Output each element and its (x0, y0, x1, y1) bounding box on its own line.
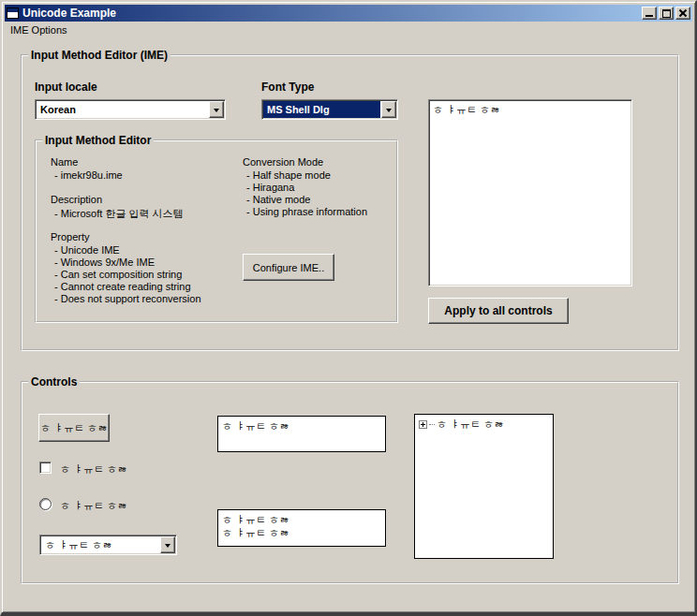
conversion-item: - Half shape mode (246, 169, 331, 181)
ime-groupbox: Input Method Editor (IME) Input locale K… (21, 54, 679, 351)
app-icon (7, 7, 19, 19)
ime-info-groupbox: Input Method Editor Name - imekr98u.ime … (35, 139, 398, 323)
name-value: - imekr98u.ime (54, 169, 123, 181)
chevron-down-icon (214, 109, 219, 115)
maximize-button[interactable] (659, 7, 674, 20)
tree-item[interactable]: ㅎ ㅑㅠㅌ ㅎㅀ (419, 418, 549, 432)
edit2-line: ㅎ ㅑㅠㅌ ㅎㅀ (222, 513, 381, 526)
conversion-item: - Using phrase information (246, 206, 367, 217)
property-item: - Can set composition string (54, 269, 182, 280)
font-type-label: Font Type (261, 81, 314, 94)
controls-groupbox: Controls ㅎ ㅑㅠㅌ ㅎㅀ ㅎ ㅑㅠㅌ ㅎㅀ ㅎ ㅑㅠㅌ ㅎㅀ ㅎ ㅑㅠ… (21, 381, 679, 584)
input-locale-combobox[interactable]: Korean (35, 99, 226, 120)
close-icon (676, 7, 690, 19)
sample-editbox-single[interactable]: ㅎ ㅑㅠㅌ ㅎㅀ (217, 416, 386, 452)
description-label: Description (51, 194, 102, 205)
property-item: - Cannot create reading string (54, 281, 191, 292)
font-type-dropdown-button[interactable] (381, 101, 396, 118)
ime-group-title: Input Method Editor (IME) (28, 49, 171, 62)
menu-bar: IME Options (5, 22, 692, 38)
sample-radio[interactable] (39, 498, 52, 510)
property-label: Property (51, 231, 90, 242)
edit1-text: ㅎ ㅑㅠㅌ ㅎㅀ (222, 419, 381, 433)
sample-checkbox[interactable] (39, 462, 52, 474)
preview-text: ㅎ ㅑㅠㅌ ㅎㅀ (433, 104, 500, 115)
tree-item-label: ㅎ ㅑㅠㅌ ㅎㅀ (437, 418, 504, 432)
maximize-icon (662, 9, 671, 18)
sample-checkbox-label: ㅎ ㅑㅠㅌ ㅎㅀ (60, 462, 127, 477)
minimize-icon (645, 15, 653, 17)
preview-editbox[interactable]: ㅎ ㅑㅠㅌ ㅎㅀ (428, 99, 632, 286)
controls-group-title: Controls (28, 375, 80, 389)
sample-combobox[interactable]: ㅎ ㅑㅠㅌ ㅎㅀ (39, 535, 177, 555)
minimize-button[interactable] (642, 7, 657, 20)
font-type-combobox[interactable]: MS Shell Dlg (261, 99, 398, 120)
menu-ime-options[interactable]: IME Options (5, 22, 73, 37)
tree-connector (429, 424, 435, 425)
conversion-item: - Native mode (246, 194, 310, 205)
window-title: Unicode Example (22, 7, 640, 20)
conversion-item: - Hiragana (246, 182, 294, 193)
sample-radio-label: ㅎ ㅑㅠㅌ ㅎㅀ (60, 499, 127, 513)
input-locale-value: Korean (37, 101, 208, 118)
app-window: Unicode Example IME Options Input Method… (0, 0, 697, 616)
input-locale-dropdown-button[interactable] (209, 101, 224, 118)
ime-info-title: Input Method Editor (42, 134, 154, 147)
sample-editbox-multi[interactable]: ㅎ ㅑㅠㅌ ㅎㅀ ㅎ ㅑㅠㅌ ㅎㅀ (217, 509, 386, 547)
chevron-down-icon (386, 109, 392, 115)
configure-ime-button[interactable]: Configure IME.. (243, 254, 334, 281)
property-item: - Unicode IME (54, 244, 120, 256)
sample-treeview[interactable]: ㅎ ㅑㅠㅌ ㅎㅀ (414, 414, 554, 559)
chevron-down-icon (165, 544, 171, 550)
name-label: Name (51, 156, 78, 168)
sample-combo-value: ㅎ ㅑㅠㅌ ㅎㅀ (41, 536, 159, 553)
sample-combo-dropdown-button[interactable] (160, 536, 175, 553)
sample-button[interactable]: ㅎ ㅑㅠㅌ ㅎㅀ (38, 414, 110, 442)
apply-all-button[interactable]: Apply to all controls (428, 298, 569, 324)
edit2-line: ㅎ ㅑㅠㅌ ㅎㅀ (222, 526, 381, 539)
description-value: - Microsoft 한글 입력 시스템 (54, 207, 184, 221)
font-type-value: MS Shell Dlg (263, 101, 380, 118)
property-item: - Windows 9x/Me IME (54, 257, 155, 268)
input-locale-label: Input locale (35, 81, 97, 94)
close-button[interactable] (675, 7, 690, 20)
property-item: - Does not support reconversion (54, 293, 201, 304)
conversion-mode-label: Conversion Mode (243, 156, 323, 168)
tree-expand-icon[interactable] (419, 420, 427, 429)
title-bar[interactable]: Unicode Example (5, 5, 692, 22)
